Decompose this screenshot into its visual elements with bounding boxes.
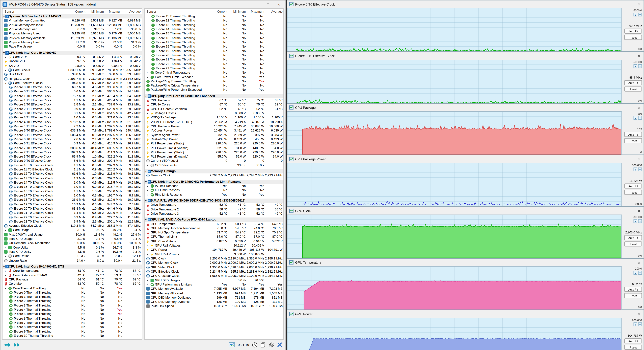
sensor-panel-right[interactable]: SensorCurrentMinimumMaximumAverageE-core… [144,9,284,340]
sensor-row[interactable]: E-core 23 Thermal ThrottlingNoNoNo [144,66,284,71]
scale-up-button[interactable]: ▲ [634,116,638,120]
sensor-row[interactable]: GPU Effective Clock2,234.5 MHz665.6 MHz2… [144,270,284,274]
maximize-button[interactable]: □ [263,2,272,7]
sensor-row[interactable]: SA VID0.838 V0.836 V0.843 V0.838 V [2,64,142,68]
sensor-row[interactable]: VR VCC Current (SVID IOUT)23.625 A4.219 … [144,120,284,124]
sensor-row[interactable]: P-core 5 T1 Effective Clock506.4 MHz0.9 … [2,133,142,137]
auto-fit-button[interactable]: Auto Fit [624,80,642,85]
sensor-row[interactable]: E-core 15 T0 Effective Clock1.0 MHz0.9 M… [2,185,142,189]
sensor-row[interactable]: Package/Ring Critical TemperatureNoNoNo [144,84,284,88]
scale-down-button[interactable]: ▼ [638,64,642,68]
sensor-row[interactable]: P-core 6 Thermal ThrottlingNoNoNo [2,316,142,321]
auto-fit-button[interactable]: Auto Fit [624,183,642,188]
sensor-row[interactable]: GPU Memory Clock2,000.2 MHz2,000.2 MHz2,… [144,261,284,265]
sensor-row[interactable]: ▸Core Distance to TJMAX42 °C22 °C59 °C43… [2,273,142,277]
sensor-row[interactable]: E-core 9 Thermal ThrottlingNoNoNo [2,329,142,334]
graph-titlebar[interactable]: GPU Clock× [287,207,644,215]
sensor-row[interactable]: IA Cores Power10.654 W3.451 W25.626 W6.0… [144,128,284,133]
sensor-row[interactable]: P-core 0 T1 Effective Clock5.6 MHz0.8 MH… [2,90,142,94]
expand-icon[interactable]: ▾ [4,286,7,290]
sensor-row[interactable]: ▸GPU Rail Powers3.000 W105.079 W [144,252,284,256]
sensor-row[interactable]: Drive Temperature 258 °C49 °C58 °C55 °C [144,207,284,212]
close-icon[interactable]: × [636,312,642,316]
expand-icon[interactable]: ▸ [146,71,149,75]
scale-down-button[interactable]: ▼ [638,219,642,223]
expand-icon[interactable]: ▸ [4,269,7,273]
auto-fit-button[interactable]: Auto Fit [624,338,642,343]
sensor-row[interactable]: E-core 19 T0 Effective Clock16.2 MHz0.8 … [2,202,142,207]
section-header[interactable]: ▾Memory Timings [144,169,284,173]
column-header-current[interactable]: Current [67,10,85,13]
sensor-row[interactable]: E-core 8 T0 Effective Clock88.9 MHz1.0 M… [2,154,142,159]
sensor-row[interactable]: E-core 17 Thermal ThrottlingNoNoNo [144,40,284,45]
close-sensors-button[interactable] [277,342,282,347]
column-header-maximum[interactable]: Maximum [104,10,122,13]
reset-button[interactable]: Reset [624,86,642,91]
section-header[interactable]: ▾S.M.A.R.T.: WD PC SN560 SDDPNQE-1T00-10… [144,199,284,203]
sensor-row[interactable]: ▾Core Effective Clocks94.3 MHz0.7 MHz2,0… [2,81,142,85]
column-header-maximum[interactable]: Maximum [246,10,264,13]
sensor-row[interactable]: P-core 3 T0 Effective Clock8.1 MHz2.1 MH… [2,111,142,116]
sensor-row[interactable]: ▸Core Temperatures58 °C41 °C78 °C57 °C [2,269,142,273]
expand-icon[interactable]: ▸ [4,254,7,258]
expand-icon[interactable]: ▸ [146,75,149,79]
sensor-row[interactable]: E-core 8 Thermal ThrottlingNoNoNo [2,325,142,329]
sensor-row[interactable]: ▸Core VIDs0.930 V0.656 V1.437 V0.938 V [2,55,142,59]
sensor-row[interactable]: E-core 17 T0 Effective Clock1.0 MHz0.8 M… [2,194,142,198]
section-header[interactable]: ▾GPU [#0]: NVIDIA GeForce RTX 4070 Lapto… [144,218,284,222]
sensor-row[interactable]: GPU Memory Available7,055 MB6,977 MB7,19… [144,287,284,291]
sensor-row[interactable]: GPU Clock2,205.0 MHz2,130.0 MHz2,385.0 M… [144,256,284,261]
sensor-row[interactable]: E-core 14 Thermal ThrottlingNoNoNo [144,27,284,32]
collapse-icon[interactable]: ▾ [2,265,6,269]
scale-down-button[interactable]: ▼ [638,322,642,326]
sensor-row[interactable]: Core Max63 °C50 °C78 °C62 °C [2,282,142,286]
sensor-row[interactable]: On-Demand Clock Modulation100.0 %100.0 %… [2,241,142,246]
section-header[interactable]: ▾System: MSI Vector 17 HX A14VGG [2,14,142,19]
sensor-row[interactable]: GPU D3D Memory Dynamic128 MB109 MB128 MB… [144,300,284,304]
expand-icon[interactable]: ▸ [4,273,7,277]
sensor-row[interactable]: CPU Package Power15.226 W7.945 W30.098 W… [144,124,284,129]
sensor-row[interactable]: ▸Core Clocks1,330.1 MHz399.0 MHz5,785.8 … [2,68,142,72]
graph-titlebar[interactable]: CPU Package Power× [287,155,644,163]
sensor-row[interactable]: CPU GT Cores (Graphics)62 °C49 °C62 °C61… [144,107,284,111]
sensor-row[interactable]: E-core 16 Thermal ThrottlingNoNoNo [144,36,284,40]
expand-icon[interactable]: ▾ [4,81,7,85]
sensor-row[interactable]: PCIe Link Speed16.0 GT/s16.0 GT/s16.0 GT… [144,304,284,308]
sensor-row[interactable]: Physical Memory Load31.7 %31.0 %32.0 %31… [2,40,142,45]
sensor-row[interactable]: E-core 9 T0 Effective Clock5.6 MHz0.8 MH… [2,159,142,163]
sensor-row[interactable]: GPU Crossbar Clock1,965.0 MHz1,905.0 MHz… [144,274,284,278]
sensor-row[interactable]: Drive Temperature52 °C41 °C52 °C49 °C [144,203,284,207]
sensor-row[interactable]: P-core 7 T1 Effective Clock102.3 MHz0.8 … [2,150,142,154]
scale-up-button[interactable]: ▲ [634,13,638,17]
column-header-current[interactable]: Current [209,10,227,13]
sensor-row[interactable]: Ring/LLC Clock3,391.7 MHz798.0 MHz4,987.… [2,77,142,81]
sensor-row[interactable]: E-core 16 T0 Effective Clock1.1 MHz1.0 M… [2,189,142,194]
collapse-icon[interactable]: ▾ [2,14,6,19]
sensor-row[interactable]: Page File Usage0.0 %0.0 %0.0 %0.0 % [2,45,142,49]
sensor-row[interactable]: ▸IA Limit ReasonsYesNoYes [144,184,284,188]
expand-icon[interactable]: ▸ [146,244,149,248]
logging-button[interactable] [229,342,235,347]
sensor-row[interactable]: P-core 7 T0 Effective Clock300.6 MHz48.4… [2,146,142,150]
graph-titlebar[interactable]: CPU Package× [287,104,644,111]
reset-clock-button[interactable] [252,342,258,347]
column-header-average[interactable]: Average [122,10,141,13]
sensor-row[interactable]: E-core 11 T0 Effective Clock1.1 MHz0.9 M… [2,167,142,172]
sensor-row[interactable]: P-core 7 Thermal ThrottlingNoNoNo [2,321,142,325]
sensor-row[interactable]: ▸Voltage Offsets0.000 V0.000 V [144,111,284,116]
expand-icon[interactable]: ▸ [146,111,149,116]
column-header-average[interactable]: Average [264,10,282,13]
scale-up-button[interactable]: ▲ [634,271,638,275]
sensor-row[interactable]: GPU Memory Junction Temperature70.0 °C54… [144,226,284,231]
swap-values-button[interactable] [4,342,11,347]
scale-down-button[interactable]: ▼ [638,116,642,120]
sensor-row[interactable]: ▸Core Ratios13.3 x4.0 x58.0 x12.1 x [2,254,142,258]
scale-down-button[interactable]: ▼ [638,167,642,171]
sensor-row[interactable]: Total CPU Utility4.5 %2.6 %10.5 %3.3 % [2,250,142,254]
expand-icon[interactable]: ▸ [4,68,7,72]
sensor-row[interactable]: E-core 20 Thermal ThrottlingNoNoNo [144,53,284,58]
sensor-row[interactable]: P-core 1 Thermal ThrottlingNoNoNo [2,295,142,299]
sensor-row[interactable]: CPU Package67 °C52 °C75 °C63 °C [144,98,284,103]
graph-titlebar[interactable]: E-core 8 T0 Effective Clock× [287,52,644,60]
collapse-icon[interactable]: ▾ [144,218,148,222]
